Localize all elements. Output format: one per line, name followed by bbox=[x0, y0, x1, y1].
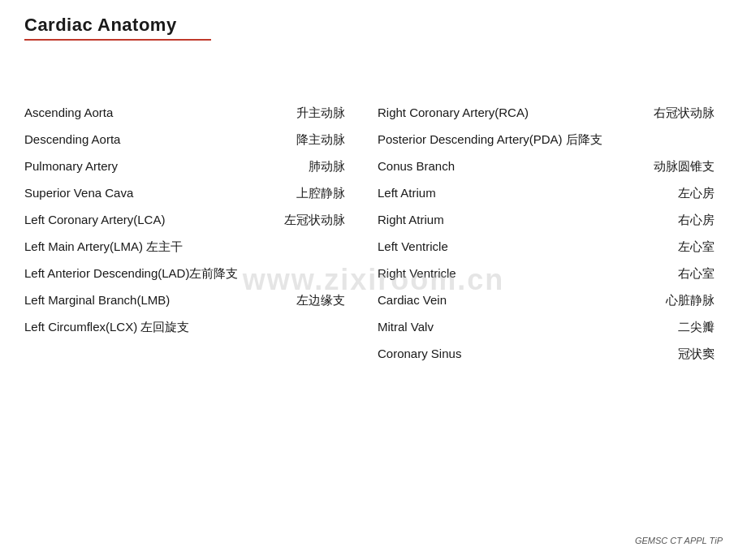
term-chinese: 二尖瓣 bbox=[678, 320, 723, 335]
term-chinese: 左心室 bbox=[678, 239, 723, 255]
list-item: Left Coronary Artery(LCA)左冠状动脉 bbox=[24, 213, 369, 228]
term-english: Right Ventricle bbox=[378, 266, 597, 280]
term-chinese: 右心房 bbox=[678, 213, 723, 228]
term-chinese: 动脉圆锥支 bbox=[654, 159, 723, 174]
list-item: Right Ventricle右心室 bbox=[378, 266, 723, 282]
term-english: Cardiac Vein bbox=[378, 293, 597, 307]
list-item: Mitral Valv二尖瓣 bbox=[378, 320, 723, 335]
term-english: Left Anterior Descending(LAD)左前降支 bbox=[24, 266, 238, 282]
term-chinese: 左心房 bbox=[678, 186, 723, 201]
term-chinese: 右心室 bbox=[678, 266, 723, 282]
list-item: Left Anterior Descending(LAD)左前降支 bbox=[24, 266, 369, 282]
term-english: Posterior Descending Artery(PDA) 后降支 bbox=[378, 132, 602, 148]
list-item: Left Marginal Branch(LMB)左边缘支 bbox=[24, 293, 369, 308]
term-english: Coronary Sinus bbox=[378, 347, 597, 360]
term-english: Right Coronary Artery(RCA) bbox=[378, 106, 597, 119]
left-column: Ascending Aorta升主动脉Descending Aorta降主动脉P… bbox=[24, 106, 369, 373]
list-item: Coronary Sinus冠状窦 bbox=[378, 347, 723, 362]
term-english: Mitral Valv bbox=[378, 320, 597, 334]
term-chinese: 心脏静脉 bbox=[666, 293, 723, 308]
list-item: Right Coronary Artery(RCA)右冠状动脉 bbox=[378, 106, 723, 121]
term-english: Right Atrium bbox=[378, 213, 597, 226]
page-title: Cardiac Anatomy bbox=[24, 15, 723, 36]
term-chinese: 肺动脉 bbox=[309, 159, 369, 174]
term-english: Pulmonary Artery bbox=[24, 159, 203, 173]
list-item: Posterior Descending Artery(PDA) 后降支 bbox=[378, 132, 723, 148]
header: Cardiac Anatomy bbox=[0, 0, 747, 41]
term-english: Left Circumflex(LCX) 左回旋支 bbox=[24, 320, 203, 335]
term-english: Left Atrium bbox=[378, 186, 597, 200]
term-chinese: 左边缘支 bbox=[296, 293, 369, 308]
footer-label: GEMSC CT APPL TiP bbox=[635, 536, 723, 545]
list-item: Cardiac Vein心脏静脉 bbox=[378, 293, 723, 308]
term-chinese: 冠状窦 bbox=[678, 347, 723, 362]
term-english: Conus Branch bbox=[378, 159, 597, 173]
list-item: Superior Vena Cava上腔静脉 bbox=[24, 186, 369, 201]
term-english: Left Coronary Artery(LCA) bbox=[24, 213, 203, 226]
term-english: Left Main Artery(LMA) 左主干 bbox=[24, 239, 203, 255]
term-english: Ascending Aorta bbox=[24, 106, 203, 119]
right-column: Right Coronary Artery(RCA)右冠状动脉Posterior… bbox=[369, 106, 723, 373]
term-chinese: 上腔静脉 bbox=[296, 186, 369, 201]
term-english: Left Ventricle bbox=[378, 239, 597, 253]
list-item: Left Ventricle左心室 bbox=[378, 239, 723, 255]
list-item: Left Circumflex(LCX) 左回旋支 bbox=[24, 320, 369, 335]
main-content: Ascending Aorta升主动脉Descending Aorta降主动脉P… bbox=[0, 41, 747, 373]
term-english: Descending Aorta bbox=[24, 132, 203, 146]
term-english: Left Marginal Branch(LMB) bbox=[24, 293, 203, 307]
term-english: Superior Vena Cava bbox=[24, 186, 203, 200]
list-item: Pulmonary Artery肺动脉 bbox=[24, 159, 369, 174]
term-chinese: 降主动脉 bbox=[296, 132, 369, 148]
list-item: Left Main Artery(LMA) 左主干 bbox=[24, 239, 369, 255]
term-chinese: 右冠状动脉 bbox=[654, 106, 723, 121]
term-chinese: 左冠状动脉 bbox=[284, 213, 369, 228]
list-item: Ascending Aorta升主动脉 bbox=[24, 106, 369, 121]
term-chinese: 升主动脉 bbox=[296, 106, 369, 121]
list-item: Descending Aorta降主动脉 bbox=[24, 132, 369, 148]
list-item: Left Atrium左心房 bbox=[378, 186, 723, 201]
list-item: Right Atrium右心房 bbox=[378, 213, 723, 228]
list-item: Conus Branch动脉圆锥支 bbox=[378, 159, 723, 174]
